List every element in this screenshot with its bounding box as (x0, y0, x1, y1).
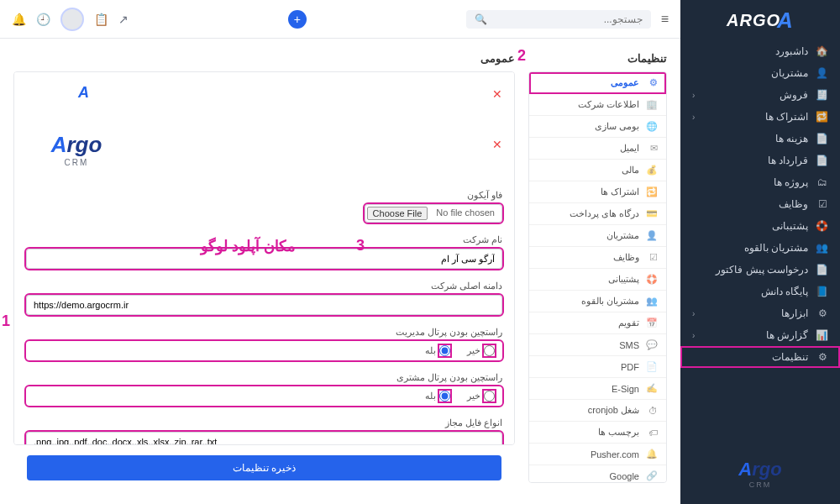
share-icon[interactable]: ↗ (118, 13, 129, 26)
search-input[interactable] (494, 13, 643, 25)
settings-item-label: عمومی (611, 77, 639, 88)
main-sidebar: AARGO 🏠 داشبورد 👤 مشتریان 🧾 فروش ‹🔁 اشتر… (680, 0, 840, 504)
sidebar-icon: 📄 (816, 133, 828, 144)
remove-logo-light-icon[interactable]: ✕ (492, 138, 502, 151)
chevron-left-icon: ‹ (692, 91, 695, 100)
settings-item-14[interactable]: ✍ E-Sign (529, 378, 666, 400)
settings-list: ⚙ عمومی🏢 اطلاعات شرکت🌐 بومی سازی✉ ایمیل💰… (528, 71, 667, 483)
filetypes-input[interactable] (26, 432, 502, 445)
chevron-left-icon: ‹ (692, 113, 695, 122)
clipboard-icon[interactable]: 📋 (94, 13, 108, 26)
settings-item-8[interactable]: ☑ وظایف (529, 247, 666, 269)
rtl-client-yes[interactable]: بله (425, 391, 450, 402)
sidebar-item-label: مشتریان (771, 67, 808, 79)
settings-item-icon: 👤 (646, 230, 658, 241)
sidebar-item-11[interactable]: 📘 پایگاه دانش (680, 281, 840, 302)
sidebar-item-1[interactable]: 👤 مشتریان (680, 62, 840, 84)
settings-item-icon: 💬 (646, 339, 658, 350)
sidebar-icon: ☑ (816, 198, 828, 210)
sidebar-item-10[interactable]: 📄 درخواست پیش فاکتور (680, 259, 840, 281)
rtl-admin-yes[interactable]: بله (425, 345, 450, 356)
sidebar-icon: 🛟 (816, 220, 828, 232)
sidebar-item-label: پشتیبانی (772, 220, 808, 232)
sidebar-item-12[interactable]: ⚙ ابزارها ‹ (680, 302, 840, 324)
sidebar-item-0[interactable]: 🏠 داشبورد (680, 40, 840, 62)
sidebar-item-13[interactable]: 📊 گزارش ها ‹ (680, 324, 840, 346)
sidebar-item-4[interactable]: 📄 هزینه ها (680, 128, 840, 150)
settings-item-label: بومی سازی (595, 121, 639, 132)
save-settings-button[interactable]: ذخیره تنظیمات (27, 455, 501, 480)
rtl-client-no[interactable]: خیر (467, 391, 495, 402)
sidebar-item-label: تنظیمات (772, 351, 808, 363)
rtl-admin-field: راستچین بودن پرتال مدیریت خیر بله (26, 327, 502, 360)
settings-item-17[interactable]: 🔔 Pusher.com (529, 444, 666, 465)
brand-logo-footer: Argo CRM (718, 454, 802, 494)
favicon-field: فاو آیکون Choose File No file chosen (26, 190, 502, 223)
settings-item-label: اشتراک ها (601, 186, 639, 197)
settings-item-10[interactable]: 👥 مشتریان بالقوه (529, 291, 666, 312)
sidebar-icon: ⚙ (816, 351, 828, 363)
sidebar-item-8[interactable]: 🛟 پشتیبانی (680, 215, 840, 237)
filetypes-field: انواع فایل مجاز (26, 417, 502, 445)
settings-item-icon: 💳 (646, 208, 658, 219)
settings-item-16[interactable]: 🏷 برچسب ها (529, 422, 666, 444)
settings-item-4[interactable]: 💰 مالی (529, 160, 666, 181)
settings-item-icon: 📅 (646, 318, 658, 328)
settings-item-label: E-Sign (612, 384, 639, 394)
settings-item-12[interactable]: 💬 SMS (529, 334, 666, 356)
company-name-input[interactable] (26, 249, 502, 269)
settings-item-label: پشتیبانی (608, 274, 639, 285)
settings-item-7[interactable]: 👤 مشتریان (529, 225, 666, 247)
clock-icon[interactable]: 🕘 (36, 13, 50, 26)
settings-item-icon: 🏷 (646, 428, 658, 438)
search-icon: 🔍 (475, 13, 487, 25)
sidebar-item-label: پروژه ها (774, 176, 808, 188)
settings-item-icon: 💰 (646, 165, 658, 176)
topbar: ≡ 🔍 + ↗ 📋 🕘 🔔 (0, 0, 680, 39)
rtl-admin-no[interactable]: خیر (467, 345, 495, 356)
settings-item-label: Pusher.com (591, 449, 639, 459)
sidebar-item-5[interactable]: 📄 قرارداد ها (680, 150, 840, 171)
menu-toggle-icon[interactable]: ≡ (661, 12, 669, 27)
sidebar-item-9[interactable]: 👥 مشتریان بالقوه (680, 237, 840, 259)
settings-item-6[interactable]: 💳 درگاه های پرداخت (529, 203, 666, 225)
sidebar-item-3[interactable]: 🔁 اشتراک ها ‹ (680, 106, 840, 128)
settings-item-0[interactable]: ⚙ عمومی (529, 72, 666, 94)
settings-item-icon: ✉ (646, 143, 658, 154)
filetypes-label: انواع فایل مجاز (26, 417, 502, 428)
sidebar-item-7[interactable]: ☑ وظایف (680, 193, 840, 215)
remove-logo-dark-icon[interactable]: ✕ (492, 87, 502, 101)
sidebar-item-14[interactable]: ⚙ تنظیمات (680, 346, 840, 368)
settings-item-1[interactable]: 🏢 اطلاعات شرکت (529, 94, 666, 116)
company-logo-preview: Argo CRM (26, 126, 127, 173)
form-panel: عمومی مکان آپلود لوگو 3 ✕ ✕ A Argo (13, 52, 515, 491)
add-button[interactable]: + (288, 10, 307, 29)
settings-item-label: وظایف (613, 252, 639, 263)
sidebar-icon: ⚙ (816, 307, 828, 319)
company-name-label: نام شرکت (26, 234, 502, 245)
sidebar-icon: 📄 (816, 155, 828, 166)
choose-file-button[interactable]: Choose File (367, 207, 428, 220)
settings-item-9[interactable]: 🛟 پشتیبانی (529, 269, 666, 291)
settings-item-18[interactable]: 🔗 Google (529, 465, 666, 483)
settings-title: تنظیمات (528, 52, 667, 65)
user-avatar[interactable] (60, 8, 84, 31)
settings-item-15[interactable]: ⏱ شغل cronjob (529, 400, 666, 422)
sidebar-item-2[interactable]: 🧾 فروش ‹ (680, 84, 840, 106)
sidebar-item-6[interactable]: 🗂 پروژه ها (680, 171, 840, 193)
favicon-file-input[interactable]: Choose File No file chosen (365, 204, 502, 223)
settings-item-5[interactable]: 🔁 اشتراک ها (529, 181, 666, 203)
favicon-label: فاو آیکون (26, 190, 502, 201)
sidebar-icon: 📊 (816, 329, 828, 341)
settings-item-13[interactable]: 📄 PDF (529, 356, 666, 378)
settings-item-3[interactable]: ✉ ایمیل (529, 138, 666, 160)
bell-icon[interactable]: 🔔 (12, 13, 26, 26)
annotation-2: 2 (517, 47, 526, 65)
domain-field: دامنه اصلی شرکت (26, 281, 502, 315)
settings-item-11[interactable]: 📅 تقویم (529, 312, 666, 334)
settings-item-label: شغل cronjob (588, 405, 639, 416)
domain-input[interactable] (26, 295, 502, 315)
sidebar-icon: 🏠 (816, 45, 828, 57)
search-box[interactable]: 🔍 (466, 10, 651, 29)
settings-item-2[interactable]: 🌐 بومی سازی (529, 116, 666, 138)
